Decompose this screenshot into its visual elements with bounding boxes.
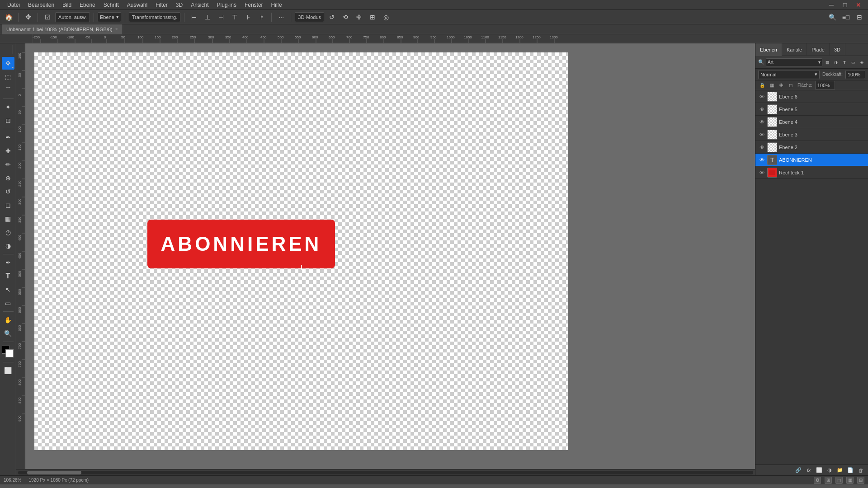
tab-close-button[interactable]: × (115, 27, 118, 32)
orbit-button[interactable]: ⟲ (340, 11, 351, 23)
align-center-v-button[interactable]: ⊥ (202, 11, 213, 23)
lock-all-btn[interactable]: 🔒 (758, 81, 766, 89)
filter-type-btn[interactable]: T (841, 59, 848, 66)
hand-tool[interactable]: ✋ (2, 314, 14, 326)
close-button[interactable]: ✕ (853, 0, 864, 11)
maximize-button[interactable]: □ (839, 0, 851, 11)
scale-3d-button[interactable]: ⊞ (367, 11, 378, 23)
menu-item-bearbeiten[interactable]: Bearbeiten (24, 1, 58, 9)
align-bottom-button[interactable]: ⊧ (256, 11, 268, 23)
layer-item-rechteck[interactable]: 👁 Rechteck 1 (755, 166, 868, 179)
more-options-button[interactable]: ··· (275, 11, 287, 23)
canvas-area[interactable]: ABONNIEREN (25, 43, 755, 469)
panel-tab-ebenen[interactable]: Ebenen (755, 43, 782, 56)
menu-item-plugins[interactable]: Plug-ins (213, 1, 240, 9)
align-top-button[interactable]: ⊤ (229, 11, 241, 23)
stamp-tool[interactable]: ⊕ (2, 172, 14, 184)
layer-visibility-5[interactable]: 👁 (758, 106, 765, 113)
rectangle-select-tool[interactable]: ⬚ (2, 70, 14, 83)
panel-tab-3d[interactable]: 3D (830, 43, 845, 56)
magic-wand-tool[interactable]: ✦ (2, 101, 14, 113)
move-tool-button[interactable]: ✥ (22, 11, 34, 23)
search-button[interactable]: 🔍 (826, 11, 838, 23)
menu-item-3d[interactable]: 3D (172, 1, 186, 9)
layer-group-button[interactable]: 📁 (835, 466, 844, 474)
menu-item-bild[interactable]: Bild (59, 1, 75, 9)
layer-item-abonnieren[interactable]: 👁 T ABONNIEREN (755, 154, 868, 166)
rotate-3d-button[interactable]: ↺ (326, 11, 338, 23)
horizontal-scrollbar[interactable] (16, 469, 755, 475)
menu-item-ansicht[interactable]: Ansicht (187, 1, 212, 9)
quick-mask-button[interactable]: ⬜ (2, 364, 14, 377)
eyedropper-tool[interactable]: ✒ (2, 131, 14, 144)
menu-item-auswahl[interactable]: Auswahl (123, 1, 151, 9)
lasso-tool[interactable]: ⌒ (2, 84, 14, 97)
layer-visibility-abonnieren[interactable]: 👁 (758, 156, 765, 164)
filter-smart-btn[interactable]: ◈ (858, 59, 865, 66)
background-color[interactable] (5, 349, 14, 357)
panel-tab-pfade[interactable]: Pfade (807, 43, 830, 56)
status-button-5[interactable]: ⊟ (857, 477, 864, 484)
layer-item-5[interactable]: 👁 Ebene 5 (755, 103, 868, 116)
lock-position-btn[interactable]: ✙ (777, 81, 785, 89)
menu-item-hilfe[interactable]: Hilfe (268, 1, 286, 9)
layer-visibility-3[interactable]: 👁 (758, 131, 765, 138)
align-center-h-button[interactable]: ⊦ (242, 11, 254, 23)
dodge-tool[interactable]: ◑ (2, 239, 14, 252)
view-3d-button[interactable]: ◎ (380, 11, 392, 23)
blur-tool[interactable]: ◷ (2, 226, 14, 239)
layer-visibility-4[interactable]: 👁 (758, 118, 765, 126)
opacity-value[interactable]: 100% (845, 70, 865, 79)
arrangement-button[interactable]: ⊟ (854, 11, 865, 23)
spot-heal-tool[interactable]: ✚ (2, 145, 14, 157)
layer-new-button[interactable]: 📄 (846, 466, 855, 474)
scrollbar-thumb[interactable] (27, 471, 81, 474)
menu-item-datei[interactable]: Datei (4, 1, 24, 9)
layer-mask-button[interactable]: ⬜ (815, 466, 824, 474)
layer-item-2[interactable]: 👁 Ebene 2 (755, 141, 868, 154)
brush-tool[interactable]: ✏ (2, 158, 14, 171)
status-button-4[interactable]: ▦ (846, 477, 854, 484)
active-tab[interactable]: Unbenannt-1 bei 108% (ABONNIEREN, RGB/8)… (2, 24, 123, 34)
layer-item-6[interactable]: 👁 Ebene 6 (755, 90, 868, 103)
layer-delete-button[interactable]: 🗑 (856, 466, 865, 474)
align-left-button[interactable]: ⊢ (188, 11, 200, 23)
scrollbar-track[interactable] (18, 471, 753, 474)
layer-dropdown[interactable]: Ebene ▾ (98, 12, 121, 22)
lock-artboard-btn[interactable]: ◻ (787, 81, 795, 89)
lock-pixel-btn[interactable]: ▦ (768, 81, 776, 89)
move-tool[interactable]: ✥ ▸ (2, 57, 14, 70)
blend-mode-dropdown[interactable]: Normal ▾ (758, 70, 820, 79)
layer-visibility-rechteck[interactable]: 👁 (758, 169, 765, 176)
menu-item-fenster[interactable]: Fenster (241, 1, 267, 9)
minimize-button[interactable]: ─ (826, 0, 837, 11)
pan-3d-button[interactable]: ✙ (353, 11, 365, 23)
status-button-2[interactable]: ⊞ (825, 477, 832, 484)
type-tool[interactable]: T (2, 270, 14, 282)
history-brush-tool[interactable]: ↺ (2, 185, 14, 198)
shape-tool[interactable]: ▭ (2, 297, 14, 310)
menu-item-filter[interactable]: Filter (152, 1, 171, 9)
autoscroll-checkbox[interactable]: ☑ (42, 11, 53, 23)
fill-value[interactable]: 100% (815, 81, 835, 90)
menu-item-ebene[interactable]: Ebene (76, 1, 99, 9)
status-button-1[interactable]: ⚙ (814, 477, 821, 484)
layer-visibility-6[interactable]: 👁 (758, 93, 765, 100)
align-right-button[interactable]: ⊣ (215, 11, 227, 23)
layer-adjustment-button[interactable]: ◑ (825, 466, 834, 474)
workspaces-button[interactable]: ≡□ (840, 11, 852, 23)
eraser-tool[interactable]: ◻ (2, 199, 14, 211)
layer-item-3[interactable]: 👁 Ebene 3 (755, 128, 868, 141)
subscribe-button-canvas[interactable]: ABONNIEREN (147, 220, 335, 268)
status-button-3[interactable]: ◻ (835, 477, 843, 484)
layer-link-button[interactable]: 🔗 (794, 466, 803, 474)
color-swatch-area[interactable] (2, 346, 14, 358)
filter-shape-btn[interactable]: ▭ (849, 59, 857, 66)
filter-adjust-btn[interactable]: ◑ (832, 59, 840, 66)
pen-tool[interactable]: ✒ (2, 256, 14, 269)
panel-tab-kanaele[interactable]: Kanäle (782, 43, 807, 56)
layers-type-filter[interactable]: Art ▾ (766, 58, 822, 66)
menu-item-schrift[interactable]: Schrift (100, 1, 123, 9)
layer-item-4[interactable]: 👁 Ebene 4 (755, 116, 868, 128)
home-button[interactable]: 🏠 (3, 11, 14, 23)
